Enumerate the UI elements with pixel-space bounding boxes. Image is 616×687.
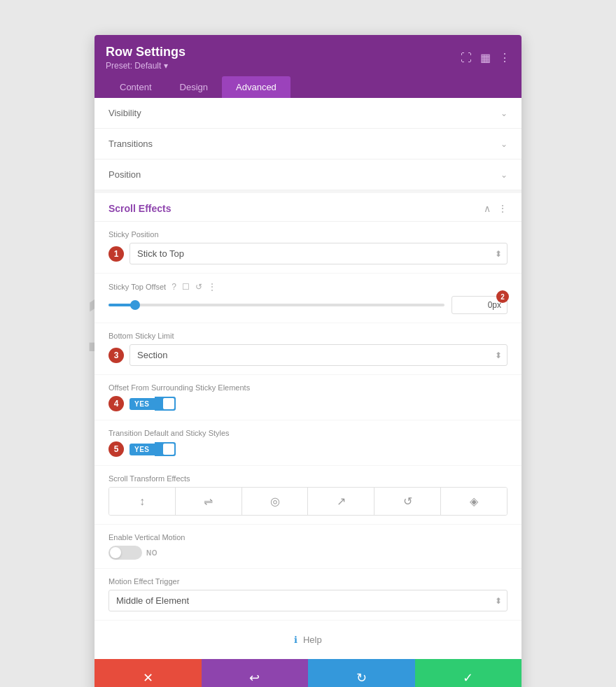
toggle-yes-4: YES — [130, 398, 155, 410]
badge-4: 4 — [108, 396, 124, 411]
toggle-switch-4[interactable] — [155, 397, 176, 411]
visibility-label: Visibility — [108, 108, 141, 118]
offset-surrounding-control: 4 YES — [108, 396, 507, 411]
transition-default-control: 5 YES — [108, 441, 507, 457]
help-section: ℹ Help — [94, 621, 522, 659]
reset-icon-offset[interactable]: ↺ — [195, 282, 202, 292]
transitions-section[interactable]: Transitions ⌄ — [94, 129, 522, 160]
bottom-sticky-label: Bottom Sticky Limit — [108, 332, 507, 340]
sticky-position-label: Sticky Position — [108, 230, 507, 239]
transform-icons-row: ↕ ⇌ ◎ ↗ ↺ ◈ — [108, 487, 507, 516]
transform-icon-horizontal[interactable]: ⇌ — [176, 488, 242, 515]
sticky-position-select-wrapper: Stick to Top ⬍ — [130, 243, 507, 264]
transform-icon-blur[interactable]: ◈ — [441, 488, 507, 515]
fullscreen-icon[interactable]: ⛶ — [461, 52, 472, 64]
sticky-top-offset-label: Sticky Top Offset — [108, 283, 166, 291]
position-chevron: ⌄ — [500, 170, 507, 180]
offset-value-wrapper: 2 — [451, 296, 507, 314]
toggle-yes-5: YES — [130, 444, 155, 455]
bottom-sticky-select[interactable]: Section — [130, 344, 507, 366]
motion-trigger-select[interactable]: Middle of Element — [108, 590, 507, 611]
cancel-button[interactable]: ✕ — [94, 659, 202, 687]
more-options-icon[interactable]: ⋮ — [498, 203, 507, 214]
save-button[interactable]: ✓ — [415, 659, 522, 687]
scroll-effects-title: Scroll Effects — [108, 203, 171, 214]
offset-surrounding-label: Offset From Surrounding Sticky Elements — [108, 383, 507, 392]
offset-surrounding-group: Offset From Surrounding Sticky Elements … — [94, 375, 522, 420]
offset-slider-row: 2 — [108, 296, 507, 314]
transform-icon-scale[interactable]: ↗ — [308, 488, 374, 515]
badge-3: 3 — [108, 348, 124, 363]
transform-icon-motion[interactable]: ↕ — [109, 488, 176, 515]
help-label[interactable]: Help — [303, 635, 322, 645]
device-icon-offset[interactable]: ☐ — [182, 282, 190, 292]
redo-button[interactable]: ↻ — [308, 659, 415, 687]
title-group: Row Settings Preset: Default ▾ — [106, 45, 186, 71]
offset-slider-track[interactable] — [108, 304, 444, 306]
vertical-motion-toggle[interactable] — [108, 546, 142, 560]
transitions-label: Transitions — [108, 139, 153, 149]
page-wrapper: 1 Row Settings Preset: Default ▾ ⛶ ▦ ⋮ — [14, 14, 602, 687]
header-top-row: Row Settings Preset: Default ▾ ⛶ ▦ ⋮ — [106, 45, 510, 71]
columns-icon[interactable]: ▦ — [480, 51, 491, 64]
tab-content[interactable]: Content — [106, 76, 166, 98]
offset-toggle[interactable]: YES — [130, 397, 176, 411]
position-section[interactable]: Position ⌄ — [94, 160, 522, 190]
reset-button[interactable]: ↩ — [202, 659, 309, 687]
bottom-sticky-control: 3 Section ⬍ — [108, 344, 507, 366]
header-icons: ⛶ ▦ ⋮ — [461, 51, 510, 64]
bottom-bar: ✕ ↩ ↻ ✓ — [94, 659, 522, 687]
sticky-position-group: Sticky Position 1 Stick to Top ⬍ — [94, 222, 522, 274]
motion-trigger-select-wrapper: Middle of Element ⬍ — [108, 590, 507, 611]
transform-icon-fade[interactable]: ◎ — [242, 488, 309, 515]
bottom-sticky-limit-group: Bottom Sticky Limit 3 Section ⬍ — [94, 323, 522, 375]
settings-panel: Row Settings Preset: Default ▾ ⛶ ▦ ⋮ Con… — [94, 35, 522, 687]
transition-toggle[interactable]: YES — [130, 442, 176, 456]
visibility-section[interactable]: Visibility ⌄ — [94, 98, 522, 129]
panel-title: Row Settings — [106, 45, 186, 59]
sticky-position-select[interactable]: Stick to Top — [130, 243, 507, 264]
motion-trigger-group: Motion Effect Trigger Middle of Element … — [94, 569, 522, 621]
offset-icons-row: Sticky Top Offset ? ☐ ↺ ⋮ — [108, 282, 507, 292]
transitions-chevron: ⌄ — [500, 139, 507, 149]
motion-trigger-label: Motion Effect Trigger — [108, 577, 507, 586]
more-icon-offset[interactable]: ⋮ — [208, 282, 216, 292]
panel-preset[interactable]: Preset: Default ▾ — [106, 61, 186, 71]
panel-header: Row Settings Preset: Default ▾ ⛶ ▦ ⋮ Con… — [94, 35, 522, 98]
panel-body: Visibility ⌄ Transitions ⌄ Position ⌄ Sc… — [94, 98, 522, 659]
badge-5: 5 — [108, 441, 124, 457]
scroll-transform-label: Scroll Transform Effects — [108, 474, 507, 483]
vertical-motion-group: Enable Vertical Motion NO — [94, 525, 522, 569]
sticky-position-control: 1 Stick to Top ⬍ — [108, 243, 507, 264]
transition-default-group: Transition Default and Sticky Styles 5 Y… — [94, 420, 522, 466]
scroll-transform-group: Scroll Transform Effects ↕ ⇌ ◎ ↗ ↺ ◈ — [94, 466, 522, 525]
bottom-sticky-select-wrapper: Section ⬍ — [130, 344, 507, 366]
transition-default-label: Transition Default and Sticky Styles — [108, 429, 507, 437]
scroll-effects-header: Scroll Effects ∧ ⋮ — [94, 193, 522, 222]
collapse-icon[interactable]: ∧ — [484, 203, 491, 214]
badge-2: 2 — [496, 290, 509, 303]
slider-track — [108, 304, 444, 306]
more-icon[interactable]: ⋮ — [499, 51, 510, 64]
position-label: Position — [108, 169, 141, 180]
badge-1: 1 — [108, 246, 124, 262]
vertical-motion-toggle-row: NO — [108, 546, 507, 560]
vertical-motion-label: Enable Vertical Motion — [108, 533, 507, 541]
transform-icon-rotate[interactable]: ↺ — [374, 488, 441, 515]
sticky-top-offset-group: Sticky Top Offset ? ☐ ↺ ⋮ — [94, 274, 522, 323]
help-circle-icon: ℹ — [294, 635, 298, 645]
visibility-chevron: ⌄ — [500, 108, 507, 118]
scroll-effects-section: Scroll Effects ∧ ⋮ Sticky Position 1 Sti… — [94, 193, 522, 659]
tab-bar: Content Design Advanced — [106, 76, 510, 98]
tab-advanced[interactable]: Advanced — [222, 76, 290, 98]
slider-thumb[interactable] — [130, 300, 140, 310]
tab-design[interactable]: Design — [166, 76, 222, 98]
scroll-effects-controls: ∧ ⋮ — [484, 203, 507, 214]
vertical-motion-no: NO — [146, 549, 158, 557]
toggle-switch-5[interactable] — [155, 442, 176, 456]
help-icon-offset[interactable]: ? — [172, 282, 176, 292]
